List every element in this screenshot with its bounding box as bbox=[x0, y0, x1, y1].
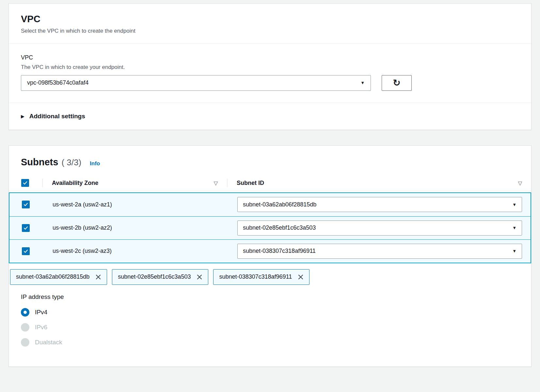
column-header-availability-zone: Availability Zone bbox=[52, 180, 98, 187]
header-divider bbox=[227, 179, 228, 187]
refresh-button[interactable]: ↻ bbox=[382, 75, 412, 91]
refresh-icon: ↻ bbox=[393, 78, 400, 88]
subnet-select[interactable]: subnet-038307c318af96911 ▼ bbox=[237, 244, 522, 259]
subnets-table-body: us-west-2a (usw2-az1) subnet-03a62ab06f2… bbox=[9, 192, 531, 263]
subnets-card-header: Subnets ( 3/3) Info bbox=[9, 146, 531, 175]
ip-address-type-label: IP address type bbox=[21, 293, 519, 301]
subnet-select-value: subnet-038307c318af96911 bbox=[243, 248, 316, 254]
chevron-down-icon: ▼ bbox=[512, 202, 516, 207]
token-list: subnet-03a62ab06f28815db subnet-02e85ebf… bbox=[9, 263, 531, 285]
table-row: us-west-2b (usw2-az2) subnet-02e85ebf1c6… bbox=[9, 216, 531, 239]
vpc-card-header: VPC Select the VPC in which to create th… bbox=[9, 4, 531, 43]
chevron-down-icon: ▼ bbox=[512, 249, 516, 253]
select-all-checkbox[interactable] bbox=[21, 179, 29, 187]
header-cell-az: Availability Zone ▽ bbox=[42, 175, 227, 191]
availability-zone-label: us-west-2a (usw2-az1) bbox=[53, 201, 112, 208]
subnet-select-value: subnet-02e85ebf1c6c3a503 bbox=[243, 224, 316, 231]
row-cell-az: us-west-2c (usw2-az3) bbox=[43, 240, 228, 263]
subnet-select[interactable]: subnet-02e85ebf1c6c3a503 ▼ bbox=[237, 220, 522, 236]
row-cell-az: us-west-2a (usw2-az1) bbox=[43, 193, 228, 216]
row-cell-subnet: subnet-02e85ebf1c6c3a503 ▼ bbox=[228, 217, 531, 239]
row-cell-subnet: subnet-038307c318af96911 ▼ bbox=[228, 240, 531, 263]
vpc-select-value: vpc-098f53b674c0afaf4 bbox=[27, 79, 88, 86]
subnet-token-label: subnet-038307c318af96911 bbox=[219, 273, 292, 280]
subnets-card: Subnets ( 3/3) Info Availability Zone ▽ bbox=[8, 145, 532, 367]
remove-token-button[interactable] bbox=[298, 274, 304, 280]
table-row: us-west-2c (usw2-az3) subnet-038307c318a… bbox=[9, 239, 531, 263]
check-icon bbox=[23, 202, 28, 207]
row-cell-select bbox=[9, 217, 43, 239]
subnet-token-label: subnet-03a62ab06f28815db bbox=[16, 273, 89, 280]
page: VPC Select the VPC in which to create th… bbox=[0, 0, 540, 367]
row-checkbox[interactable] bbox=[22, 224, 30, 232]
additional-settings-label: Additional settings bbox=[29, 113, 85, 120]
chevron-down-icon: ▼ bbox=[512, 225, 516, 230]
vpc-card-title: VPC bbox=[21, 14, 519, 24]
close-icon bbox=[95, 274, 101, 280]
column-header-subnet-id: Subnet ID bbox=[237, 180, 264, 187]
sort-icon[interactable]: ▽ bbox=[518, 180, 522, 186]
subnets-card-title: Subnets bbox=[21, 157, 58, 168]
header-cell-select bbox=[9, 175, 42, 191]
availability-zone-label: us-west-2b (usw2-az2) bbox=[53, 224, 112, 231]
radio-selected-icon[interactable] bbox=[21, 308, 29, 317]
check-icon bbox=[23, 225, 28, 231]
radio-label: Dualstack bbox=[35, 339, 62, 346]
row-checkbox[interactable] bbox=[22, 201, 30, 208]
radio-option-ipv6: IPv6 bbox=[21, 322, 519, 333]
table-row: us-west-2a (usw2-az1) subnet-03a62ab06f2… bbox=[9, 193, 531, 216]
expand-right-icon: ▶ bbox=[21, 114, 24, 119]
subnet-select[interactable]: subnet-03a62ab06f28815db ▼ bbox=[237, 197, 522, 212]
radio-disabled-icon bbox=[21, 323, 29, 332]
subnet-token-label: subnet-02e85ebf1c6c3a503 bbox=[118, 273, 191, 280]
header-cell-subnet-id: Subnet ID ▽ bbox=[227, 175, 531, 191]
vpc-card-body: VPC The VPC in which to create your endp… bbox=[9, 44, 531, 103]
remove-token-button[interactable] bbox=[95, 274, 101, 280]
ip-address-type-section: IP address type IPv4 IPv6 Dualstack bbox=[9, 285, 531, 367]
vpc-select[interactable]: vpc-098f53b674c0afaf4 ▼ bbox=[21, 75, 371, 91]
vpc-controls-row: vpc-098f53b674c0afaf4 ▼ ↻ bbox=[21, 75, 519, 91]
subnet-token: subnet-03a62ab06f28815db bbox=[10, 269, 107, 285]
sort-icon[interactable]: ▽ bbox=[214, 180, 218, 186]
info-link[interactable]: Info bbox=[90, 160, 100, 167]
close-icon bbox=[298, 274, 304, 280]
radio-option-dualstack: Dualstack bbox=[21, 337, 519, 348]
chevron-down-icon: ▼ bbox=[360, 80, 365, 85]
remove-token-button[interactable] bbox=[197, 274, 202, 280]
radio-disabled-icon bbox=[21, 338, 29, 347]
header-divider bbox=[42, 179, 43, 187]
radio-label: IPv4 bbox=[35, 309, 47, 316]
row-cell-select bbox=[9, 193, 43, 216]
vpc-field-label: VPC bbox=[21, 54, 519, 61]
availability-zone-label: us-west-2c (usw2-az3) bbox=[53, 248, 112, 254]
subnets-count: ( 3/3) bbox=[61, 157, 81, 168]
row-checkbox[interactable] bbox=[22, 247, 30, 255]
row-cell-select bbox=[9, 240, 43, 263]
row-cell-subnet: subnet-03a62ab06f28815db ▼ bbox=[228, 193, 531, 216]
vpc-card-subtitle: Select the VPC in which to create the en… bbox=[21, 28, 519, 34]
vpc-card: VPC Select the VPC in which to create th… bbox=[8, 3, 532, 130]
radio-option-ipv4[interactable]: IPv4 bbox=[21, 307, 519, 318]
additional-settings-expander[interactable]: ▶ Additional settings bbox=[9, 103, 531, 130]
check-icon bbox=[23, 249, 28, 254]
subnets-table-header: Availability Zone ▽ Subnet ID ▽ bbox=[9, 175, 531, 191]
subnet-select-value: subnet-03a62ab06f28815db bbox=[243, 201, 316, 208]
subnet-token: subnet-02e85ebf1c6c3a503 bbox=[112, 269, 208, 285]
radio-label: IPv6 bbox=[35, 324, 47, 331]
subnet-token: subnet-038307c318af96911 bbox=[213, 269, 310, 285]
subnets-table: Availability Zone ▽ Subnet ID ▽ bbox=[9, 175, 531, 263]
row-cell-az: us-west-2b (usw2-az2) bbox=[43, 217, 228, 239]
close-icon bbox=[197, 274, 202, 280]
vpc-field-description: The VPC in which to create your endpoint… bbox=[21, 64, 519, 71]
check-icon bbox=[23, 180, 28, 186]
